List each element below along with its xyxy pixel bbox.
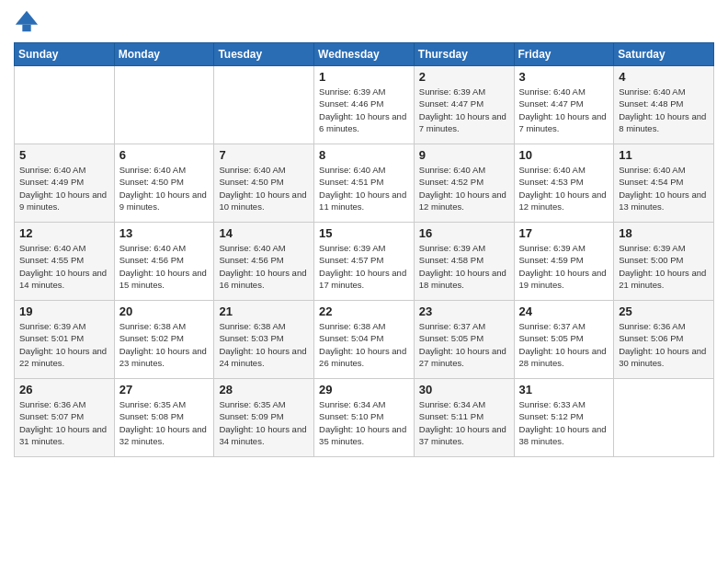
calendar-cell: 27Sunrise: 6:35 AM Sunset: 5:08 PM Dayli… <box>114 379 214 457</box>
weekday-header: Monday <box>114 43 214 66</box>
day-number: 19 <box>19 304 109 318</box>
calendar-cell: 15Sunrise: 6:39 AM Sunset: 4:57 PM Dayli… <box>314 223 415 301</box>
weekday-header: Saturday <box>614 43 714 66</box>
calendar-cell: 9Sunrise: 6:40 AM Sunset: 4:52 PM Daylig… <box>414 144 514 223</box>
day-info: Sunrise: 6:39 AM Sunset: 4:58 PM Dayligh… <box>419 242 509 291</box>
calendar-cell: 10Sunrise: 6:40 AM Sunset: 4:53 PM Dayli… <box>514 144 614 223</box>
day-info: Sunrise: 6:39 AM Sunset: 4:57 PM Dayligh… <box>319 242 409 291</box>
day-info: Sunrise: 6:40 AM Sunset: 4:56 PM Dayligh… <box>219 242 309 291</box>
day-info: Sunrise: 6:40 AM Sunset: 4:50 PM Dayligh… <box>219 164 309 213</box>
calendar-cell: 8Sunrise: 6:40 AM Sunset: 4:51 PM Daylig… <box>314 144 415 223</box>
calendar-cell: 12Sunrise: 6:40 AM Sunset: 4:55 PM Dayli… <box>15 223 115 301</box>
calendar-cell: 17Sunrise: 6:39 AM Sunset: 4:59 PM Dayli… <box>514 223 614 301</box>
calendar-cell <box>214 66 314 144</box>
day-number: 21 <box>219 304 309 318</box>
day-info: Sunrise: 6:40 AM Sunset: 4:49 PM Dayligh… <box>19 164 109 213</box>
day-info: Sunrise: 6:34 AM Sunset: 5:11 PM Dayligh… <box>419 398 509 447</box>
weekday-header: Friday <box>514 43 614 66</box>
calendar-cell: 20Sunrise: 6:38 AM Sunset: 5:02 PM Dayli… <box>114 301 214 379</box>
day-info: Sunrise: 6:40 AM Sunset: 4:55 PM Dayligh… <box>19 242 109 291</box>
calendar-cell: 13Sunrise: 6:40 AM Sunset: 4:56 PM Dayli… <box>114 223 214 301</box>
day-info: Sunrise: 6:35 AM Sunset: 5:08 PM Dayligh… <box>119 398 210 447</box>
weekday-header: Thursday <box>414 43 514 66</box>
calendar-cell <box>114 66 214 144</box>
day-number: 22 <box>319 304 409 318</box>
calendar-cell: 6Sunrise: 6:40 AM Sunset: 4:50 PM Daylig… <box>114 144 214 223</box>
calendar-cell: 28Sunrise: 6:35 AM Sunset: 5:09 PM Dayli… <box>214 379 314 457</box>
day-info: Sunrise: 6:40 AM Sunset: 4:52 PM Dayligh… <box>419 164 509 213</box>
logo <box>14 9 41 35</box>
weekday-header: Wednesday <box>314 43 415 66</box>
svg-marker-0 <box>16 11 38 25</box>
calendar-cell: 31Sunrise: 6:33 AM Sunset: 5:12 PM Dayli… <box>514 379 614 457</box>
calendar-cell: 4Sunrise: 6:40 AM Sunset: 4:48 PM Daylig… <box>614 66 714 144</box>
calendar-header: SundayMondayTuesdayWednesdayThursdayFrid… <box>15 43 714 66</box>
day-info: Sunrise: 6:38 AM Sunset: 5:04 PM Dayligh… <box>319 320 409 369</box>
calendar-week-row: 12Sunrise: 6:40 AM Sunset: 4:55 PM Dayli… <box>15 223 714 301</box>
calendar-week-row: 26Sunrise: 6:36 AM Sunset: 5:07 PM Dayli… <box>15 379 714 457</box>
calendar-table: SundayMondayTuesdayWednesdayThursdayFrid… <box>14 42 714 457</box>
day-number: 6 <box>119 148 210 162</box>
svg-rect-1 <box>22 25 30 31</box>
day-number: 17 <box>519 226 609 240</box>
day-info: Sunrise: 6:34 AM Sunset: 5:10 PM Dayligh… <box>319 398 409 447</box>
day-number: 5 <box>19 148 109 162</box>
day-number: 2 <box>419 70 509 84</box>
day-number: 26 <box>19 383 109 396</box>
day-number: 1 <box>319 70 409 84</box>
calendar-week-row: 19Sunrise: 6:39 AM Sunset: 5:01 PM Dayli… <box>15 301 714 379</box>
day-number: 20 <box>119 304 210 318</box>
calendar-cell: 11Sunrise: 6:40 AM Sunset: 4:54 PM Dayli… <box>614 144 714 223</box>
day-number: 23 <box>419 304 509 318</box>
day-info: Sunrise: 6:36 AM Sunset: 5:06 PM Dayligh… <box>619 320 709 369</box>
calendar-cell: 22Sunrise: 6:38 AM Sunset: 5:04 PM Dayli… <box>314 301 415 379</box>
day-number: 13 <box>119 226 210 240</box>
day-info: Sunrise: 6:35 AM Sunset: 5:09 PM Dayligh… <box>219 398 309 447</box>
calendar-cell: 21Sunrise: 6:38 AM Sunset: 5:03 PM Dayli… <box>214 301 314 379</box>
calendar-body: 1Sunrise: 6:39 AM Sunset: 4:46 PM Daylig… <box>15 66 714 457</box>
day-number: 4 <box>619 70 709 84</box>
day-info: Sunrise: 6:40 AM Sunset: 4:50 PM Dayligh… <box>119 164 210 213</box>
calendar-cell: 14Sunrise: 6:40 AM Sunset: 4:56 PM Dayli… <box>214 223 314 301</box>
day-number: 18 <box>619 226 709 240</box>
calendar-cell: 16Sunrise: 6:39 AM Sunset: 4:58 PM Dayli… <box>414 223 514 301</box>
calendar-cell: 24Sunrise: 6:37 AM Sunset: 5:05 PM Dayli… <box>514 301 614 379</box>
weekday-header: Tuesday <box>214 43 314 66</box>
day-number: 24 <box>519 304 609 318</box>
day-number: 11 <box>619 148 709 162</box>
calendar-week-row: 5Sunrise: 6:40 AM Sunset: 4:49 PM Daylig… <box>15 144 714 223</box>
day-number: 12 <box>19 226 109 240</box>
day-number: 16 <box>419 226 509 240</box>
day-number: 30 <box>419 383 509 396</box>
day-info: Sunrise: 6:40 AM Sunset: 4:54 PM Dayligh… <box>619 164 709 213</box>
header <box>14 9 714 35</box>
calendar-cell: 29Sunrise: 6:34 AM Sunset: 5:10 PM Dayli… <box>314 379 415 457</box>
calendar-cell: 7Sunrise: 6:40 AM Sunset: 4:50 PM Daylig… <box>214 144 314 223</box>
day-info: Sunrise: 6:37 AM Sunset: 5:05 PM Dayligh… <box>519 320 609 369</box>
day-info: Sunrise: 6:39 AM Sunset: 4:59 PM Dayligh… <box>519 242 609 291</box>
day-number: 10 <box>519 148 609 162</box>
day-info: Sunrise: 6:40 AM Sunset: 4:51 PM Dayligh… <box>319 164 409 213</box>
weekday-header: Sunday <box>15 43 115 66</box>
day-info: Sunrise: 6:38 AM Sunset: 5:02 PM Dayligh… <box>119 320 210 369</box>
calendar-cell: 26Sunrise: 6:36 AM Sunset: 5:07 PM Dayli… <box>15 379 115 457</box>
day-info: Sunrise: 6:40 AM Sunset: 4:48 PM Dayligh… <box>619 86 709 134</box>
day-number: 9 <box>419 148 509 162</box>
calendar-cell: 30Sunrise: 6:34 AM Sunset: 5:11 PM Dayli… <box>414 379 514 457</box>
day-number: 8 <box>319 148 409 162</box>
day-info: Sunrise: 6:40 AM Sunset: 4:56 PM Dayligh… <box>119 242 210 291</box>
day-info: Sunrise: 6:39 AM Sunset: 5:01 PM Dayligh… <box>19 320 109 369</box>
day-number: 3 <box>519 70 609 84</box>
calendar-cell: 1Sunrise: 6:39 AM Sunset: 4:46 PM Daylig… <box>314 66 415 144</box>
day-number: 31 <box>519 383 609 396</box>
weekday-header-row: SundayMondayTuesdayWednesdayThursdayFrid… <box>15 43 714 66</box>
day-number: 15 <box>319 226 409 240</box>
day-number: 7 <box>219 148 309 162</box>
calendar-cell: 5Sunrise: 6:40 AM Sunset: 4:49 PM Daylig… <box>15 144 115 223</box>
logo-icon <box>14 9 40 35</box>
day-number: 27 <box>119 383 210 396</box>
day-info: Sunrise: 6:39 AM Sunset: 4:47 PM Dayligh… <box>419 86 509 134</box>
day-number: 14 <box>219 226 309 240</box>
day-info: Sunrise: 6:37 AM Sunset: 5:05 PM Dayligh… <box>419 320 509 369</box>
day-info: Sunrise: 6:33 AM Sunset: 5:12 PM Dayligh… <box>519 398 609 447</box>
